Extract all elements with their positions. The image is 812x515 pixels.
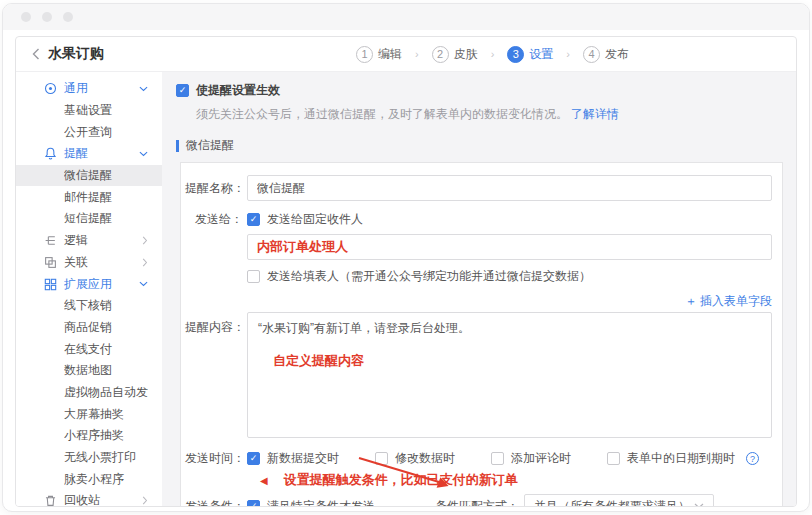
sidebar-item-general[interactable]: 通用 <box>16 78 162 100</box>
condition-toggle-label: 满足特定条件才发送 <box>267 498 375 507</box>
section-title-bar <box>176 140 179 152</box>
comment-added-checkbox[interactable] <box>491 452 504 465</box>
step-label: 皮肤 <box>454 46 478 63</box>
wechat-reminder-form: 提醒名称： 发送给： ✓ 发送给固定收件人 内部订单 <box>180 162 783 506</box>
chevron-down-icon <box>694 503 704 506</box>
send-to-label: 发送给： <box>185 211 243 228</box>
content-annotation: 自定义提醒内容 <box>273 352 761 370</box>
sidebar-item-logic[interactable]: 逻辑 <box>16 230 162 252</box>
send-time-row: 发送时间： ✓ 新数据提交时 修改数据时 <box>185 450 772 467</box>
master-description: 须先关注公众号后，通过微信提醒，及时了解表单内的数据变化情况。 <box>196 107 568 121</box>
content-value: “水果订购”有新订单，请登录后台处理。 <box>258 320 761 337</box>
settings-content: ✓ 使提醒设置生效 须先关注公众号后，通过微信提醒，及时了解表单内的数据变化情况… <box>162 72 796 506</box>
check-icon: ✓ <box>250 502 258 507</box>
content-row: 提醒内容： “水果订购”有新订单，请登录后台处理。 自定义提醒内容 <box>185 312 772 438</box>
window-control-dot[interactable] <box>63 12 73 22</box>
step-number: 4 <box>583 46 600 63</box>
data-modified-checkbox[interactable] <box>375 452 388 465</box>
window-titlebar <box>3 4 809 30</box>
step-label: 发布 <box>605 46 629 63</box>
sidebar-item-wireless-receipt-printing[interactable]: 无线小票打印 <box>16 447 162 469</box>
sidebar-item-virtual-goods-auto-delivery[interactable]: 虚拟物品自动发货 <box>16 382 162 404</box>
step-label: 设置 <box>529 46 553 63</box>
check-icon: ✓ <box>250 215 258 224</box>
send-to-row: 发送给： ✓ 发送给固定收件人 <box>185 211 772 228</box>
sidebar-item-wechat-reminder[interactable]: 微信提醒 <box>16 165 162 187</box>
sidebar-item-extensions[interactable]: 扩展应用 <box>16 273 162 295</box>
grid-apps-icon <box>44 278 57 291</box>
window-control-dot[interactable] <box>21 12 31 22</box>
sidebar-item-product-promotion[interactable]: 商品促销 <box>16 317 162 339</box>
sidebar-item-basic-settings[interactable]: 基础设置 <box>16 100 162 122</box>
step-label: 编辑 <box>378 46 402 63</box>
match-mode-label: 条件匹配方式： <box>435 498 519 507</box>
reminder-name-row: 提醒名称： <box>185 175 772 201</box>
chevron-right-icon <box>142 236 148 245</box>
fixed-recipient-checkbox[interactable]: ✓ <box>247 213 260 226</box>
window-control-dot[interactable] <box>42 12 52 22</box>
fixed-recipient-label: 发送给固定收件人 <box>267 211 363 228</box>
send-condition-row: 发送条件： ✓ 满足特定条件才发送 条件匹配方式： 并且（所有条件都要求满足） <box>185 494 772 506</box>
section-title: 微信提醒 <box>176 137 796 154</box>
trash-icon <box>44 494 57 506</box>
step-edit[interactable]: 1 编辑 <box>356 46 402 63</box>
reminder-content-textarea[interactable]: “水果订购”有新订单，请登录后台处理。 自定义提醒内容 <box>247 312 772 438</box>
chevron-down-icon <box>139 281 148 287</box>
date-due-checkbox[interactable] <box>607 452 620 465</box>
step-settings[interactable]: 3 设置 <box>507 46 553 63</box>
insert-field-row: ＋ 插入表单字段 <box>185 293 772 310</box>
step-publish[interactable]: 4 发布 <box>583 46 629 63</box>
step-number: 3 <box>507 46 524 63</box>
check-icon: ✓ <box>250 454 258 463</box>
sidebar-item-association[interactable]: 关联 <box>16 252 162 274</box>
chevron-down-icon <box>139 86 148 92</box>
recipient-input[interactable]: 内部订单处理人 <box>247 234 772 260</box>
filler-row: 发送给填表人（需开通公众号绑定功能并通过微信提交数据） <box>185 268 772 285</box>
sidebar-item-reminders[interactable]: 提醒 <box>16 143 162 165</box>
chevron-down-icon <box>139 151 148 157</box>
browser-window: 水果订购 1 编辑 › 2 皮肤 › 3 设置 › 4 <box>2 3 810 512</box>
back-chevron-icon <box>32 48 40 60</box>
plus-icon: ＋ <box>685 293 697 310</box>
send-to-filler-checkbox[interactable] <box>247 270 260 283</box>
link-squares-icon <box>44 256 57 269</box>
sidebar-item-maimai-miniprogram[interactable]: 脉卖小程序 <box>16 468 162 490</box>
app-panel: 水果订购 1 编辑 › 2 皮肤 › 3 设置 › 4 <box>15 36 797 507</box>
sidebar-item-public-query[interactable]: 公开查询 <box>16 121 162 143</box>
check-icon: ✓ <box>179 86 187 95</box>
trigger-annotation: ◀ 设置提醒触发条件，比如已支付的新订单 <box>260 471 772 489</box>
insert-form-field-link[interactable]: ＋ 插入表单字段 <box>685 293 772 310</box>
panel-header: 水果订购 1 编辑 › 2 皮肤 › 3 设置 › 4 <box>16 37 796 72</box>
enable-reminder-checkbox[interactable]: ✓ <box>176 84 189 97</box>
match-mode-select[interactable]: 并且（所有条件都要求满足） <box>524 494 714 506</box>
bell-icon <box>44 147 57 160</box>
step-number: 1 <box>356 46 373 63</box>
sidebar-item-email-reminder[interactable]: 邮件提醒 <box>16 186 162 208</box>
reminder-name-input[interactable] <box>247 175 772 201</box>
sidebar-item-recycle-bin[interactable]: 回收站 <box>16 490 162 506</box>
help-icon[interactable]: ? <box>746 452 759 465</box>
sidebar: 通用 基础设置 公开查询 提醒 微信提醒 邮件提醒 <box>16 72 162 506</box>
target-icon <box>44 82 57 95</box>
sidebar-item-offline-verification[interactable]: 线下核销 <box>16 295 162 317</box>
chevron-right-icon <box>142 258 148 267</box>
page-title: 水果订购 <box>48 45 104 63</box>
recipient-value: 内部订单处理人 <box>257 238 348 256</box>
condition-toggle-checkbox[interactable]: ✓ <box>247 500 260 507</box>
step-skin[interactable]: 2 皮肤 <box>432 46 478 63</box>
sidebar-item-miniprogram-lottery[interactable]: 小程序抽奖 <box>16 425 162 447</box>
trigger-annotation-text: 设置提醒触发条件，比如已支付的新订单 <box>284 471 518 489</box>
reminder-name-label: 提醒名称： <box>185 180 243 197</box>
sidebar-item-big-screen-lottery[interactable]: 大屏幕抽奖 <box>16 403 162 425</box>
enable-reminder-label: 使提醒设置生效 <box>196 82 280 99</box>
chevron-right-icon <box>142 496 148 505</box>
sidebar-item-sms-reminder[interactable]: 短信提醒 <box>16 208 162 230</box>
new-data-submitted-checkbox[interactable]: ✓ <box>247 452 260 465</box>
back-button[interactable]: 水果订购 <box>32 45 104 63</box>
step-separator-icon: › <box>415 48 419 60</box>
recipient-row: 内部订单处理人 <box>185 234 772 260</box>
learn-more-link[interactable]: 了解详情 <box>571 107 619 121</box>
step-number: 2 <box>432 46 449 63</box>
sidebar-item-online-payment[interactable]: 在线支付 <box>16 338 162 360</box>
sidebar-item-data-map[interactable]: 数据地图 <box>16 360 162 382</box>
